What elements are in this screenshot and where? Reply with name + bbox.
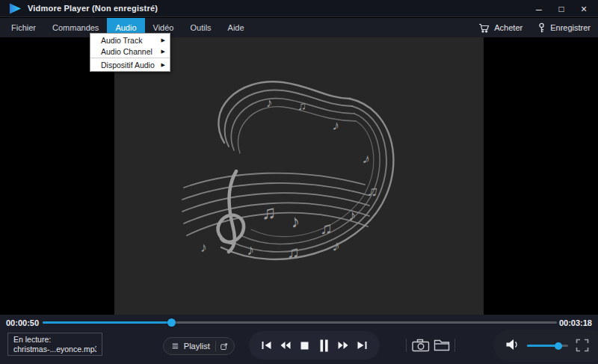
total-time: 00:03:18 — [559, 318, 592, 327]
svg-text:♪: ♪ — [331, 117, 341, 133]
submenu-arrow-icon: ▶ — [161, 37, 165, 43]
register-label: Enregistrer — [550, 23, 591, 32]
playlist-list-icon — [172, 342, 179, 350]
next-button[interactable] — [355, 336, 370, 354]
menu-right-actions: Acheter Enregistrer — [478, 18, 591, 37]
speaker-icon — [505, 339, 520, 351]
minimize-button[interactable]: – — [534, 4, 544, 14]
next-icon — [357, 341, 367, 350]
now-playing-filename: christmas-...eyonce.mp3 — [13, 345, 96, 354]
svg-text:♫: ♫ — [262, 201, 277, 223]
fullscreen-icon — [576, 339, 589, 352]
seek-bar-fill — [43, 321, 171, 324]
svg-text:♪: ♪ — [200, 240, 207, 255]
submenu-arrow-icon: ▶ — [161, 62, 165, 68]
control-panel: 00:00:50 00:03:18 En lecture: christmas-… — [0, 315, 598, 364]
close-button[interactable]: × — [579, 4, 589, 14]
app-logo-icon — [9, 3, 22, 14]
key-icon — [537, 22, 546, 34]
dispositif-audio-label: Dispositif Audio — [101, 61, 161, 70]
stop-button[interactable] — [298, 336, 312, 354]
svg-text:♪: ♪ — [247, 241, 254, 258]
playlist-divider — [215, 341, 216, 351]
svg-text:♪: ♪ — [331, 237, 341, 254]
volume-handle[interactable] — [555, 342, 562, 350]
svg-text:♫: ♫ — [287, 243, 300, 262]
svg-text:♫: ♫ — [298, 99, 306, 112]
audio-channel-label: Audio Channel — [101, 47, 161, 56]
menu-item-audio-track[interactable]: Audio Track ▶ — [90, 34, 170, 46]
snapshot-folder-button[interactable] — [434, 339, 450, 351]
camera-icon — [412, 339, 430, 352]
audio-menu-dropdown: Audio Track ▶ Audio Channel ▶ Dispositif… — [90, 33, 170, 72]
elapsed-time: 00:00:50 — [6, 318, 39, 327]
previous-icon — [262, 341, 271, 350]
maximize-button[interactable]: □ — [556, 4, 567, 14]
audio-track-label: Audio Track — [101, 36, 161, 45]
register-button[interactable]: Enregistrer — [537, 22, 591, 34]
rewind-icon — [280, 341, 291, 350]
music-notes-artwork: ♪ ♫ ♪ ♪ ♫ ♪ ♫ ♪ ♫ ♪ ♫ ♪ ♪ — [178, 64, 402, 284]
seek-handle[interactable] — [167, 318, 176, 327]
svg-text:♪: ♪ — [361, 150, 373, 167]
volume-fill — [527, 345, 558, 347]
svg-text:♪: ♪ — [348, 207, 356, 223]
snapshot-button[interactable] — [412, 339, 430, 352]
title-bar: Vidmore Player (Non enregistré) – □ × — [0, 0, 598, 17]
menu-item-fichier[interactable]: Fichier — [3, 18, 44, 37]
menu-item-outils[interactable]: Outils — [182, 18, 219, 37]
open-playlist-window-icon[interactable] — [221, 342, 228, 351]
rewind-button[interactable] — [278, 336, 293, 354]
menu-item-dispositif-audio[interactable]: Dispositif Audio ▶ — [90, 59, 170, 70]
fast-forward-button[interactable] — [336, 336, 351, 354]
fast-forward-icon — [338, 341, 348, 350]
svg-text:♫: ♫ — [320, 219, 333, 238]
transport-controls — [249, 331, 380, 360]
separator-line — [454, 339, 455, 352]
stop-icon — [300, 342, 309, 350]
volume-slider[interactable] — [527, 345, 568, 347]
fullscreen-button[interactable] — [576, 339, 589, 352]
playlist-button[interactable]: Playlist — [163, 337, 235, 355]
seek-bar[interactable] — [43, 321, 557, 324]
submenu-arrow-icon: ▶ — [161, 49, 165, 55]
pause-icon — [319, 339, 329, 352]
app-window: Vidmore Player (Non enregistré) – □ × Fi… — [0, 0, 598, 364]
now-playing-label: En lecture: — [13, 335, 96, 345]
window-controls: – □ × — [534, 0, 589, 17]
svg-text:♪: ♪ — [266, 96, 273, 110]
now-playing-box: En lecture: christmas-...eyonce.mp3 — [7, 333, 102, 356]
menu-item-audio-channel[interactable]: Audio Channel ▶ — [90, 46, 170, 57]
video-area[interactable]: ♪ ♫ ♪ ♪ ♫ ♪ ♫ ♪ ♫ ♪ ♫ ♪ ♪ — [114, 37, 484, 315]
folder-icon — [434, 339, 450, 351]
menu-item-aide[interactable]: Aide — [220, 18, 253, 37]
mute-button[interactable] — [505, 339, 520, 351]
playlist-label: Playlist — [184, 342, 210, 351]
pause-button[interactable] — [316, 336, 331, 354]
menu-separator — [90, 58, 170, 58]
buy-button[interactable]: Acheter — [478, 23, 523, 33]
previous-button[interactable] — [259, 336, 274, 354]
window-title: Vidmore Player (Non enregistré) — [28, 4, 158, 13]
buy-label: Acheter — [494, 23, 523, 32]
separator-line — [406, 339, 407, 352]
cart-icon — [478, 23, 490, 33]
